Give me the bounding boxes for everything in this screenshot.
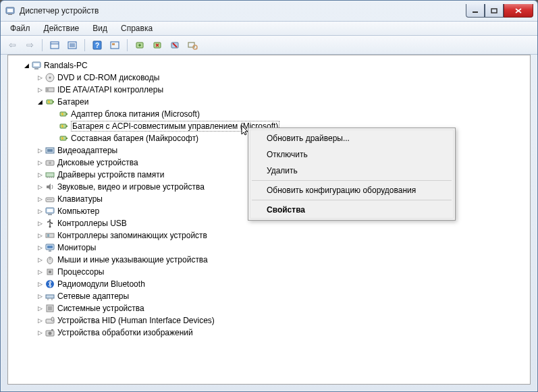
tree-node[interactable]: ▷ Системные устройства: [11, 302, 530, 314]
hid-icon: [45, 315, 55, 326]
expander-icon[interactable]: ▷: [35, 86, 45, 93]
ctx-scan[interactable]: Обновить конфигурацию оборудования: [250, 182, 453, 198]
expander-icon[interactable]: ▷: [35, 329, 45, 336]
back-button[interactable]: ⇦: [5, 38, 20, 53]
computer-icon: [31, 60, 42, 71]
usb-icon: [45, 218, 55, 229]
update-driver-icon[interactable]: [132, 38, 147, 53]
storage-controller-icon: [45, 230, 55, 241]
expander-icon[interactable]: ▷: [35, 159, 45, 166]
toolbar: ⇦ ⇨ ?: [1, 36, 537, 55]
computer-icon: [45, 206, 55, 217]
ctx-properties[interactable]: Свойства: [250, 202, 453, 218]
network-icon: [45, 291, 55, 302]
battery-icon: [58, 109, 69, 119]
tree-node[interactable]: ▷ Устройства HID (Human Interface Device…: [11, 314, 530, 327]
node-label: Процессоры: [57, 267, 105, 277]
expander-icon[interactable]: ▷: [35, 171, 45, 178]
expander-icon[interactable]: ▷: [35, 256, 45, 263]
svg-rect-55: [51, 223, 53, 224]
tree-node[interactable]: ▷ Радиомодули Bluetooth: [11, 278, 530, 290]
properties-icon[interactable]: [65, 38, 80, 53]
expander-icon[interactable]: ▷: [35, 293, 45, 300]
scan-hardware-icon[interactable]: [185, 38, 200, 53]
ctx-remove[interactable]: Удалить: [250, 163, 453, 179]
toolbar-separator: [42, 39, 43, 51]
uninstall-icon[interactable]: [150, 38, 165, 53]
svg-point-53: [49, 226, 51, 228]
node-label: Видеоадаптеры: [57, 146, 117, 155]
node-label: DVD и CD-ROM дисководы: [57, 73, 159, 82]
window-title: Диспетчер устройств: [20, 6, 99, 16]
tree-leaf[interactable]: Адаптер блока питания (Microsoft): [11, 108, 530, 120]
svg-rect-75: [51, 329, 53, 331]
imaging-icon: [45, 327, 55, 338]
expander-icon[interactable]: ▷: [35, 244, 45, 251]
node-label: Мониторы: [57, 243, 96, 252]
node-label: Устройства обработки изображений: [57, 328, 193, 337]
expander-icon[interactable]: ◢: [35, 99, 45, 105]
window-controls: [466, 4, 533, 18]
svg-rect-57: [47, 234, 49, 237]
battery-icon: [58, 133, 69, 144]
dvd-icon: [45, 72, 55, 83]
svg-rect-66: [46, 295, 54, 298]
tree-node[interactable]: ▷ Мыши и иные указывающие устройства: [11, 254, 530, 266]
expander-icon[interactable]: ▷: [35, 196, 45, 202]
help-icon[interactable]: ?: [90, 38, 105, 53]
show-hide-tree-icon[interactable]: [47, 38, 62, 53]
expander-icon[interactable]: ▷: [35, 281, 45, 287]
tree-root[interactable]: ◢ Randals-PC: [11, 59, 530, 72]
ctx-update-driver[interactable]: Обновить драйверы...: [250, 130, 453, 146]
expander-icon[interactable]: ▷: [35, 269, 45, 275]
close-button[interactable]: [504, 4, 533, 18]
svg-rect-47: [49, 199, 49, 200]
minimize-button[interactable]: [466, 4, 485, 18]
tree-node[interactable]: ▷ Процессоры: [11, 266, 530, 278]
svg-rect-23: [34, 68, 38, 69]
expander-icon[interactable]: ▷: [35, 74, 45, 81]
tree-node[interactable]: ▷ IDE ATA/ATAPI контроллеры: [11, 84, 530, 96]
scan-icon[interactable]: [107, 38, 122, 53]
expander-icon[interactable]: ▷: [35, 184, 45, 190]
expander-icon[interactable]: ▷: [35, 147, 45, 154]
svg-rect-1: [7, 9, 13, 12]
svg-rect-59: [47, 246, 53, 248]
tree-node[interactable]: ▷ Устройства обработки изображений: [11, 327, 530, 339]
maximize-button[interactable]: [485, 4, 504, 18]
expander-icon[interactable]: ▷: [35, 317, 45, 324]
ctx-separator: [252, 200, 452, 200]
menu-action[interactable]: Действие: [37, 22, 86, 34]
tree-node[interactable]: ▷ Контроллеры запоминающих устройств: [11, 229, 530, 242]
expander-icon[interactable]: ▷: [35, 232, 45, 239]
tree-node[interactable]: ▷ Мониторы: [11, 242, 530, 254]
ctx-disable[interactable]: Отключить: [250, 146, 453, 163]
svg-rect-49: [51, 199, 52, 200]
disable-icon[interactable]: [167, 38, 182, 53]
expander-icon[interactable]: ▷: [35, 220, 45, 227]
menu-file[interactable]: Файл: [3, 22, 37, 34]
forward-button[interactable]: ⇨: [22, 38, 37, 53]
svg-rect-56: [46, 233, 54, 237]
svg-text:?: ?: [95, 42, 99, 49]
expander-icon[interactable]: ▷: [35, 208, 45, 215]
svg-rect-31: [66, 113, 68, 115]
title-bar[interactable]: Диспетчер устройств: [1, 1, 537, 21]
tree-node[interactable]: ▷ Сетевые адаптеры: [11, 290, 530, 302]
tree-node-batteries[interactable]: ◢ Батареи: [11, 96, 530, 108]
menu-view[interactable]: Вид: [86, 22, 114, 34]
expander-icon[interactable]: ◢: [22, 62, 31, 69]
context-menu: Обновить драйверы... Отключить Удалить О…: [248, 128, 456, 221]
svg-rect-27: [47, 88, 49, 91]
node-label: Батареи: [57, 97, 88, 107]
svg-rect-37: [47, 149, 53, 152]
svg-rect-33: [66, 125, 68, 127]
menu-help[interactable]: Справка: [114, 22, 159, 34]
node-label: Контроллеры запоминающих устройств: [57, 231, 207, 240]
svg-rect-5: [51, 42, 59, 49]
node-label: IDE ATA/ATAPI контроллеры: [57, 85, 163, 94]
expander-icon[interactable]: ▷: [35, 305, 45, 312]
tree-node[interactable]: ▷ DVD и CD-ROM дисководы: [11, 72, 530, 84]
svg-point-72: [51, 317, 54, 321]
sound-icon: [45, 181, 55, 192]
